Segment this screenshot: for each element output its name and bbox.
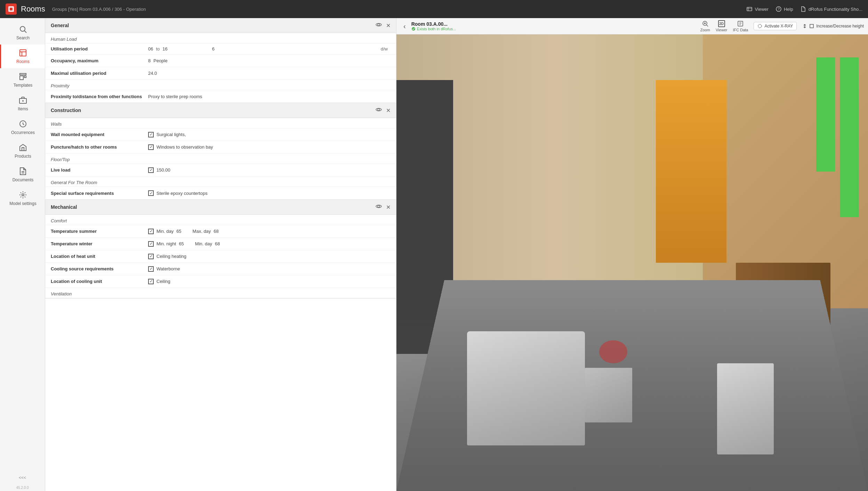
construction-close-icon[interactable]: ✕ xyxy=(386,107,391,114)
svg-rect-8 xyxy=(20,76,23,80)
svg-text:?: ? xyxy=(778,7,780,11)
live-load-checkbox[interactable] xyxy=(148,167,154,173)
svg-rect-6 xyxy=(20,50,26,56)
general-close-icon[interactable]: ✕ xyxy=(386,22,391,29)
general-visibility-icon[interactable] xyxy=(376,22,382,29)
height-button[interactable]: Increase/Decrease height xyxy=(802,24,864,29)
temp-summer-label: Temperature summer xyxy=(51,229,148,234)
topbar: Rooms Groups [Yes] Room 03.A.006 / 306 -… xyxy=(0,0,868,18)
mechanical-section-title: Mechanical xyxy=(51,204,77,210)
svg-rect-7 xyxy=(20,73,26,75)
cooling-source-checkbox[interactable] xyxy=(148,266,154,272)
cooling-unit-checkbox[interactable] xyxy=(148,279,154,284)
svg-point-18 xyxy=(378,24,380,26)
sidebar-item-model-settings[interactable]: Model settings xyxy=(0,187,45,210)
special-surface-label: Special surface requirements xyxy=(51,191,148,196)
temp-winter-min-night-value: 65 xyxy=(179,241,184,246)
sidebar-item-templates[interactable]: Templates xyxy=(0,68,45,92)
sidebar-collapse-button[interactable]: <<< xyxy=(0,471,45,484)
help-button[interactable]: ? Help xyxy=(775,6,793,12)
app-title: Rooms xyxy=(21,5,45,14)
bed-furniture xyxy=(467,331,585,445)
special-surface-text: Sterile epoxy countertops xyxy=(156,191,208,196)
wall-mounted-label: Wall mounted equipment xyxy=(51,132,148,137)
temp-winter-row: Temperature winter Min. night 65 Min. da… xyxy=(45,238,396,250)
green-panel-2 xyxy=(816,57,835,172)
sidebar-item-documents[interactable]: Documents xyxy=(0,163,45,187)
heat-unit-checkbox[interactable] xyxy=(148,254,154,259)
temp-winter-min-day-value: 68 xyxy=(215,241,220,246)
construction-section-content: Walls Wall mounted equipment Surgical li… xyxy=(45,118,396,199)
construction-section-title: Construction xyxy=(51,108,81,113)
proximity-row: Proximity to/distance from other functio… xyxy=(45,90,396,103)
heat-unit-row: Location of heat unit Ceiling heating xyxy=(45,250,396,263)
puncture-label: Puncture/hatch to other rooms xyxy=(51,144,148,150)
temp-winter-value: Min. night 65 Min. day 68 xyxy=(148,241,391,247)
proximity-subtitle: Proximity xyxy=(45,80,396,90)
proximity-text: Proxy to sterile prep rooms xyxy=(148,94,202,99)
svg-point-20 xyxy=(378,205,380,207)
orange-wall-panel xyxy=(656,80,726,263)
wall-mounted-checkbox[interactable] xyxy=(148,132,154,137)
back-button[interactable]: ‹ xyxy=(401,21,409,32)
sidebar-item-search[interactable]: Search xyxy=(0,21,45,45)
svg-point-19 xyxy=(378,109,380,111)
utilisation-period-row: Utilisation period 06 to 16 6 d/w xyxy=(45,43,396,55)
sidebar: Search Rooms Templates Items Occurrences… xyxy=(0,18,45,491)
viewer-button[interactable]: Viewer xyxy=(746,6,769,12)
3d-viewer xyxy=(396,34,868,491)
viewer-2d-button[interactable]: 2D Viewer xyxy=(716,20,727,32)
breadcrumb: Groups [Yes] Room 03.A.006 / 306 - Opera… xyxy=(52,7,146,12)
cooling-source-label: Cooling source requirements xyxy=(51,266,148,271)
construction-section-header: Construction ✕ xyxy=(45,103,396,118)
svg-point-30 xyxy=(758,24,762,28)
cooling-unit-label: Location of cooling unit xyxy=(51,279,148,284)
construction-visibility-icon[interactable] xyxy=(376,106,382,114)
svg-rect-1 xyxy=(747,7,752,11)
green-panel-1 xyxy=(840,57,859,217)
content-area: General ✕ Human Load Utilisation period xyxy=(45,18,868,491)
live-load-label: Live load xyxy=(51,167,148,173)
special-surface-checkbox[interactable] xyxy=(148,190,154,196)
general-section: General ✕ Human Load Utilisation period xyxy=(45,18,396,103)
mechanical-close-icon[interactable]: ✕ xyxy=(386,204,391,211)
puncture-value: Windows to observation bay xyxy=(148,144,391,150)
ifc-data-button[interactable]: IFC Data xyxy=(733,20,748,32)
cooling-source-text: Waterborne xyxy=(156,266,180,271)
puncture-checkbox[interactable] xyxy=(148,144,154,150)
svg-rect-14 xyxy=(22,148,24,151)
main-layout: Search Rooms Templates Items Occurrences… xyxy=(0,18,868,491)
utilisation-period-label: Utilisation period xyxy=(51,46,148,52)
cooling-unit-row: Location of cooling unit Ceiling xyxy=(45,275,396,288)
cooling-unit-value: Ceiling xyxy=(148,279,391,284)
3d-scene xyxy=(396,34,868,491)
temp-winter-min-night-label: Min. night xyxy=(156,241,176,246)
app-logo xyxy=(6,3,17,15)
util-to-value: 16 xyxy=(162,46,167,52)
zoom-button[interactable]: Zoom xyxy=(700,20,710,32)
viewer-panel: ‹ Room 03.A.00... Exists both in dRofus.… xyxy=(396,18,868,491)
project-button[interactable]: dRofus Functionality Sho... xyxy=(800,6,862,12)
heat-unit-label: Location of heat unit xyxy=(51,254,148,259)
chair-furniture xyxy=(717,363,774,454)
mechanical-visibility-icon[interactable] xyxy=(376,203,382,211)
xray-button[interactable]: Activate X-RAY xyxy=(754,22,797,30)
wall-mounted-value: Surgical lights, xyxy=(148,132,391,137)
walls-subtitle: Walls xyxy=(45,118,396,128)
sidebar-item-rooms[interactable]: Rooms xyxy=(0,45,45,68)
sidebar-item-items[interactable]: Items xyxy=(0,92,45,116)
wall-mounted-text: Surgical lights, xyxy=(156,132,186,137)
util-count: 6 xyxy=(212,46,215,52)
occupancy-number: 8 xyxy=(148,58,151,63)
util-unit: d/w xyxy=(381,46,388,52)
cooling-unit-text: Ceiling xyxy=(156,279,170,284)
sidebar-item-occurrences[interactable]: Occurrences xyxy=(0,116,45,139)
viewer-room-status: Exists both in dRofus... xyxy=(411,27,456,31)
svg-line-23 xyxy=(706,25,708,27)
temp-summer-value: Min. day 65 Max. day 68 xyxy=(148,229,391,234)
temp-summer-checkbox[interactable] xyxy=(148,229,154,234)
sidebar-item-products[interactable]: Products xyxy=(0,139,45,163)
general-section-header: General ✕ xyxy=(45,18,396,33)
temp-winter-checkbox[interactable] xyxy=(148,241,154,247)
general-section-actions: ✕ xyxy=(376,22,391,29)
